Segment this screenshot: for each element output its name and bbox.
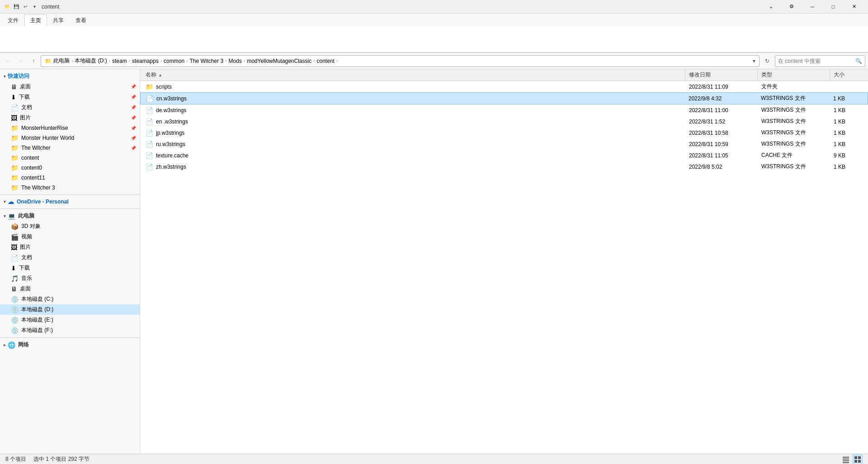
sidebar-item-content0[interactable]: 📁 content0 [0,163,140,173]
search-box[interactable]: 🔍 [775,55,865,67]
sidebar-item-diskc[interactable]: 💿 本地磁盘 (C:) [0,294,140,304]
refresh-button[interactable]: ↻ [761,55,773,67]
sidebar-item-downloads[interactable]: ⬇ 下载 📌 [0,92,140,102]
restore-button[interactable]: □ [823,0,844,14]
path-part-pc[interactable]: 此电脑 [53,57,70,65]
diske-icon: 💿 [11,317,19,324]
path-part-steamapps[interactable]: steamapps [132,58,159,64]
file-cell-type: W3STRINGS 文件 [758,161,830,172]
tab-share[interactable]: 共享 [47,14,70,26]
table-row[interactable]: 📄 en .w3strings 2022/8/31 1:52 W3STRINGS… [140,116,868,127]
table-row[interactable]: 📄 de.w3strings 2022/8/31 11:00 W3STRINGS… [140,104,868,116]
pictures-icon: 🖼 [11,114,17,122]
undo-icon[interactable]: ↩ [22,3,29,10]
col-header-date[interactable]: 修改日期 [685,69,758,80]
path-part-common[interactable]: common [164,58,184,64]
file-cell-date: 2022/9/8 4:32 [685,94,757,104]
details-view-button[interactable] [841,455,851,464]
up-button[interactable]: ↑ [28,56,39,66]
expand-button[interactable]: ⌄ [760,0,781,14]
minimize-button[interactable]: ─ [802,0,823,14]
sidebar-item-mhworld[interactable]: 📁 Monster Hunter World 📌 [0,133,140,143]
sidebar-item-diske-label: 本地磁盘 (E:) [21,316,53,324]
file-cell-size: 1 KB [830,105,866,115]
path-part-d[interactable]: 本地磁盘 (D:) [75,57,107,65]
save-icon[interactable]: 💾 [13,3,20,10]
file-cell-size: 9 KB [830,151,866,161]
sidebar-item-desktop2[interactable]: 🖥 桌面 [0,284,140,294]
sidebar-item-dl[interactable]: ⬇ 下载 [0,263,140,273]
table-row[interactable]: 📄 texture.cache 2022/8/31 11:05 CACHE 文件… [140,150,868,161]
file-cell-type: W3STRINGS 文件 [757,93,830,104]
svg-rect-0 [843,457,849,458]
file-cell-name: 📄 zh.w3strings [142,161,685,172]
sidebar-item-docs[interactable]: 📄 文档 [0,252,140,263]
onedrive-header[interactable]: ▾ ☁ OneDrive - Personal [0,197,140,207]
path-part-mods[interactable]: Mods [229,58,242,64]
back-button[interactable]: ← [3,56,14,66]
quick-access-header[interactable]: ▾ 快速访问 [0,71,140,81]
photos-icon: 🖼 [11,244,17,251]
network-arrow: ▸ [4,343,6,347]
sidebar-item-content11-label: content11 [21,175,45,181]
sidebar-item-music[interactable]: 🎵 音乐 [0,273,140,284]
tab-home[interactable]: 主页 [24,14,47,26]
sidebar-item-witcher[interactable]: 📁 The Witcher 📌 [0,143,140,153]
sidebar-item-mhrise[interactable]: 📁 MonsterHunterRise 📌 [0,123,140,133]
sidebar-item-desktop[interactable]: 🖥 桌面 📌 [0,81,140,92]
file-cell-date: 2022/8/31 10:59 [685,139,758,149]
file-icon: 📄 [146,141,153,148]
network-header[interactable]: ▸ 🌐 网络 [0,340,140,350]
address-path[interactable]: 📁 此电脑 › 本地磁盘 (D:) › steam › steamapps › … [41,55,760,67]
sidebar-item-content11[interactable]: 📁 content11 [0,173,140,183]
close-button[interactable]: ✕ [844,0,864,14]
settings-button[interactable]: ⚙ [781,0,802,14]
col-name-sort: ▲ [158,73,162,77]
sidebar-item-diskd[interactable]: 💿 本地磁盘 (D:) [0,304,140,315]
table-row[interactable]: 📄 cn.w3strings 2022/9/8 4:32 W3STRINGS 文… [140,92,868,104]
table-row[interactable]: 📁 scripts 2022/8/31 11:09 文件夹 [140,81,868,92]
pin-icon-pictures: 📌 [131,115,136,120]
sidebar-item-content-label: content [21,155,39,161]
path-part-witcher3[interactable]: The Witcher 3 [189,58,223,64]
network-label: 网络 [18,341,29,349]
sidebar-item-photos[interactable]: 🖼 图片 [0,242,140,252]
file-cell-date: 2022/8/31 11:05 [685,151,758,161]
sidebar-item-documents[interactable]: 📄 文档 📌 [0,102,140,113]
col-header-type[interactable]: 类型 [758,69,830,80]
path-part-mod[interactable]: modYellowMutagenClassic [247,58,311,64]
thispc-header[interactable]: ▾ 💻 此电脑 [0,211,140,221]
sidebar-item-pictures[interactable]: 🖼 图片 📌 [0,113,140,123]
search-input[interactable] [778,58,854,64]
dropdown-arrow-icon[interactable]: ▾ [31,3,38,10]
sidebar-item-content[interactable]: 📁 content [0,153,140,163]
sidebar-item-diskf[interactable]: 💿 本地磁盘 (F:) [0,325,140,336]
docs-icon: 📄 [11,254,19,261]
sidebar-item-witcher3[interactable]: 📁 The Witcher 3 [0,183,140,193]
mhrise-folder-icon: 📁 [11,124,19,132]
path-part-steam[interactable]: steam [112,58,127,64]
file-name: en .w3strings [156,118,188,125]
table-row[interactable]: 📄 ru.w3strings 2022/8/31 10:59 W3STRINGS… [140,138,868,150]
sidebar-separator-2 [0,208,140,209]
ribbon: 文件 主页 共享 查看 [0,14,868,53]
tab-view[interactable]: 查看 [70,14,92,26]
table-row[interactable]: 📄 jp.w3strings 2022/8/31 10:58 W3STRINGS… [140,127,868,138]
list-view-button[interactable] [853,455,863,464]
sidebar-item-video[interactable]: 🎬 视频 [0,232,140,242]
col-header-name[interactable]: 名称 ▲ [142,69,685,80]
sidebar-item-3d[interactable]: 📦 3D 对象 [0,221,140,232]
diskf-icon: 💿 [11,327,19,334]
tab-file[interactable]: 文件 [2,14,24,26]
file-cell-type: W3STRINGS 文件 [758,104,830,116]
path-dropdown-button[interactable]: ▾ [753,58,755,64]
forward-button[interactable]: → [15,56,26,66]
onedrive-icon: ☁ [8,198,14,205]
table-row[interactable]: 📄 zh.w3strings 2022/9/8 5:02 W3STRINGS 文… [140,161,868,172]
sidebar-item-diske[interactable]: 💿 本地磁盘 (E:) [0,315,140,325]
file-icon: 📄 [146,107,153,114]
file-cell-name: 📄 jp.w3strings [142,128,685,138]
path-part-content[interactable]: content [317,58,335,64]
col-header-size[interactable]: 大小 [830,69,866,80]
thispc-icon: 💻 [8,213,15,220]
